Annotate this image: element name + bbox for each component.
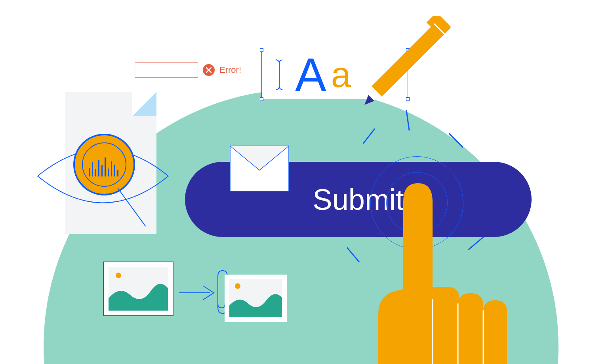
- envelope-icon: [230, 146, 289, 191]
- image-thumbnail-small: [225, 275, 287, 322]
- error-icon: [203, 64, 215, 76]
- error-label: Error!: [219, 65, 241, 75]
- pointing-hand-icon: [353, 176, 551, 364]
- svg-line-5: [434, 24, 444, 34]
- arrow-right-icon: [178, 283, 216, 302]
- document-fold-icon: [132, 92, 156, 116]
- svg-rect-4: [427, 16, 451, 36]
- resize-handle-tl[interactable]: [260, 48, 263, 52]
- text-cursor-icon: [275, 59, 283, 91]
- text-edit-frame[interactable]: A a: [261, 50, 408, 99]
- bar-chart-icon: [89, 157, 118, 176]
- resize-handle-br[interactable]: [406, 97, 410, 101]
- sample-letter-upper: A: [295, 51, 326, 98]
- resize-handle-tr[interactable]: [406, 48, 410, 52]
- illustration-canvas: Error! A a Submit: [0, 0, 610, 364]
- error-field-group: Error!: [135, 63, 241, 78]
- image-thumbnail-large: [103, 262, 173, 316]
- sample-letter-lower: a: [331, 57, 351, 93]
- resize-handle-bl[interactable]: [260, 97, 263, 101]
- error-input[interactable]: [135, 63, 198, 78]
